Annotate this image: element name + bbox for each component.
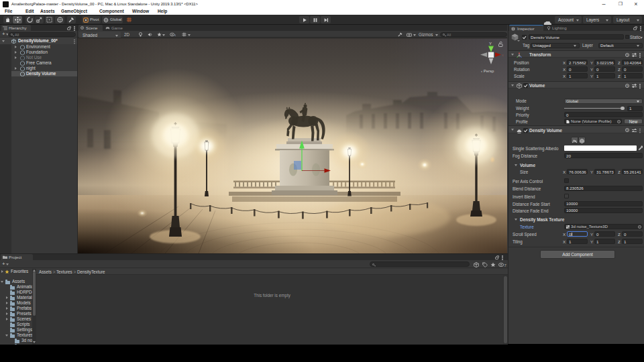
svg-text:‹ Persp: ‹ Persp xyxy=(481,69,494,73)
svg-text:0: 0 xyxy=(174,34,176,37)
svg-text:x: x xyxy=(502,53,504,57)
svg-text:7: 7 xyxy=(504,263,506,267)
svg-text:Y: Y xyxy=(489,42,492,46)
